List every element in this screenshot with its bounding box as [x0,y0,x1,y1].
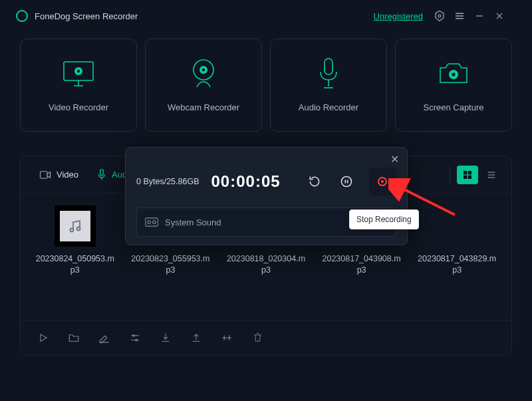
svg-point-30 [70,229,73,232]
mode-label: Audio Recorder [299,102,358,112]
svg-point-31 [76,227,80,231]
svg-rect-25 [464,175,467,178]
microphone-icon [315,59,342,89]
svg-point-14 [202,68,205,70]
divider [450,166,450,184]
download-icon[interactable] [156,329,175,347]
view-switch [457,166,502,184]
record-dot-icon [378,177,387,186]
delete-icon[interactable] [248,329,267,347]
titlebar: FoneDog Screen Recorder Unregistered [0,0,532,32]
svg-point-41 [342,177,352,187]
file-name: 20230817_043829.mp3 [417,253,497,276]
mode-label: Video Recorder [49,102,108,112]
speaker-card-icon [145,217,158,227]
file-name: 20230817_043908.mp3 [322,253,402,276]
file-name: 20230824_050953.mp3 [35,253,115,276]
minimize-icon[interactable] [469,6,489,26]
mode-label: Screen Capture [423,102,483,112]
mode-audio-recorder[interactable]: Audio Recorder [270,39,387,132]
webcam-icon [187,59,220,89]
svg-rect-21 [100,169,104,175]
close-icon[interactable] [489,6,509,26]
folder-icon[interactable] [65,329,83,347]
camera-icon [436,59,471,89]
svg-rect-15 [325,59,332,74]
file-name: 20230823_055953.mp3 [131,253,211,276]
restart-icon[interactable] [305,170,325,193]
popup-close-icon[interactable]: ✕ [390,154,399,165]
stop-recording-tooltip: Stop Recording [349,209,419,229]
svg-point-45 [148,221,151,224]
mode-cards: Video Recorder Webcam Recorder Audio Rec… [0,32,532,132]
trim-icon[interactable] [217,329,236,347]
svg-rect-26 [468,175,471,178]
svg-rect-24 [468,171,471,174]
view-grid-icon[interactable] [457,166,478,184]
file-name: 20230818_020304.mp3 [226,253,306,276]
tab-video[interactable]: Video [30,156,88,193]
recording-control-popup: ✕ 0 Bytes/25.86GB 00:00:05 System Sound [125,147,408,245]
audio-source-label: System Sound [165,217,372,227]
share-icon[interactable] [187,329,205,347]
svg-point-11 [77,69,80,72]
stop-recording-button[interactable] [369,168,396,196]
svg-marker-32 [41,334,47,341]
file-item[interactable]: 20230824_050953.mp3 [35,205,115,276]
app-title: FoneDog Screen Recorder [35,11,138,21]
file-thumb [55,205,96,247]
menu-icon[interactable] [450,6,469,26]
mode-video-recorder[interactable]: Video Recorder [20,39,137,132]
rename-icon[interactable] [95,329,114,347]
view-list-icon[interactable] [481,166,502,184]
play-icon[interactable] [34,329,53,347]
svg-point-46 [153,221,156,224]
mode-screen-capture[interactable]: Screen Capture [395,39,512,132]
registration-status-link[interactable]: Unregistered [374,11,423,21]
sliders-icon[interactable] [126,329,144,347]
recording-timer: 00:00:05 [211,172,281,191]
svg-point-19 [452,72,455,76]
file-item[interactable]: 20230817_043829.mp3 [417,205,497,276]
mode-webcam-recorder[interactable]: Webcam Recorder [145,39,262,132]
library-toolbar [21,320,511,354]
settings-hexagon-icon[interactable] [430,6,450,26]
svg-rect-23 [464,171,467,174]
svg-point-0 [438,15,441,17]
pause-icon[interactable] [336,170,357,193]
monitor-icon [61,59,96,89]
tab-label: Video [57,170,78,180]
svg-rect-20 [41,171,48,178]
app-logo-icon [16,10,28,22]
mode-label: Webcam Recorder [168,102,239,112]
recording-size-text: 0 Bytes/25.86GB [136,177,200,186]
